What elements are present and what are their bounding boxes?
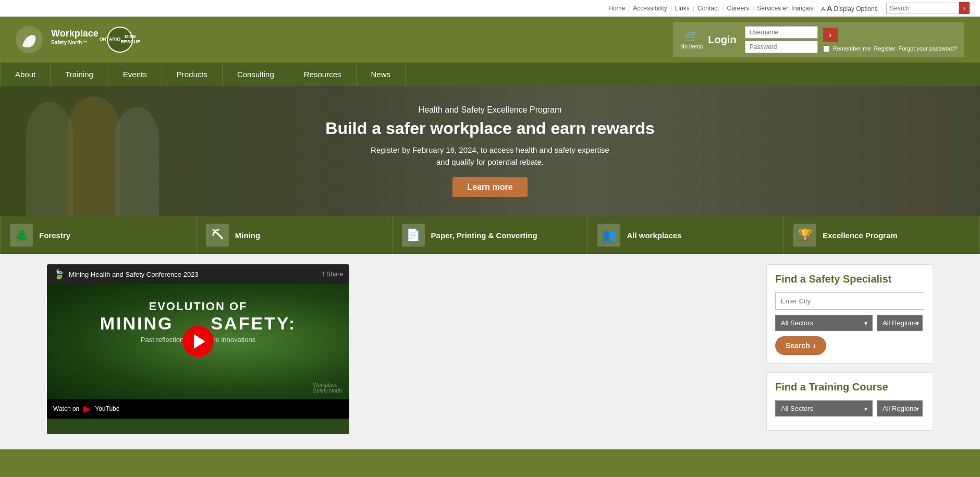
sector-tile-forestry[interactable]: 🌲 Forestry (0, 216, 197, 254)
video-section: 🍃 Mining Health and Safety Conference 20… (47, 264, 766, 439)
share-button[interactable]: ⤴ Share (322, 271, 343, 278)
nav-products[interactable]: Products (162, 63, 223, 86)
watch-label: Watch on (53, 405, 79, 412)
topbar-search-button[interactable]: › (959, 2, 970, 14)
youtube-label: YouTube (95, 405, 119, 412)
hero-cta-button[interactable]: Learn more (452, 177, 527, 197)
video-header: 🍃 Mining Health and Safety Conference 20… (47, 264, 349, 284)
nav-training[interactable]: Training (51, 63, 108, 86)
nav-about[interactable]: About (0, 63, 51, 86)
video-body[interactable]: EVOLUTION OF MINING SAFETY: Past reflect… (47, 284, 349, 399)
specialist-regions-select[interactable]: All Regions North South East West (877, 315, 923, 331)
video-title: Mining Health and Safety Conference 2023 (69, 271, 199, 278)
sep4: | (722, 5, 724, 12)
nav-consulting[interactable]: Consulting (223, 63, 289, 86)
specialist-search-button[interactable]: Search › (775, 336, 826, 355)
specialist-search-label: Search (786, 341, 810, 350)
sep2: | (670, 5, 672, 12)
video-header-left: 🍃 Mining Health and Safety Conference 20… (53, 268, 199, 280)
logo-area: Workplace Safety North™ ONTARIO MINE RES… (16, 26, 133, 53)
find-specialist-panel: Find a Safety Specialist All Sectors For… (766, 264, 933, 364)
sep5: | (752, 5, 754, 12)
topbar-link-links[interactable]: Links (675, 5, 690, 12)
font-large[interactable]: A (827, 4, 832, 13)
topbar-link-contact[interactable]: Contact (697, 5, 719, 12)
logo-line1: Workplace (51, 28, 99, 40)
video-footer: Watch on ▶ YouTube (47, 399, 349, 419)
logo-text: Workplace Safety North™ (51, 28, 99, 51)
sidebar-panels: Find a Safety Specialist All Sectors For… (766, 264, 933, 439)
cart-label: No items (680, 43, 703, 50)
remember-me-label: Remember me (833, 45, 871, 52)
city-input[interactable] (775, 292, 924, 310)
specialist-filters-row: All Sectors Forestry Mining Paper, Print… (775, 315, 924, 331)
main-nav: About Training Events Products Consultin… (0, 63, 980, 86)
sector-tile-excellence[interactable]: 🏆 Excellence Program (784, 216, 980, 254)
password-input[interactable] (745, 41, 818, 53)
header: Workplace Safety North™ ONTARIO MINE RES… (0, 17, 980, 63)
display-options[interactable]: A A Display Options (821, 4, 877, 13)
specialist-sectors-wrap: All Sectors Forestry Mining Paper, Print… (775, 315, 873, 331)
wsn-logo-icon (16, 26, 43, 53)
mining-label: Mining (235, 231, 260, 240)
cart-area[interactable]: 🛒 No items (680, 30, 703, 50)
display-options-label: Display Options (834, 5, 878, 13)
all-workplaces-label: All workplaces (627, 231, 681, 240)
training-regions-select[interactable]: All Regions North South East West (877, 400, 923, 417)
login-button[interactable]: › (823, 28, 838, 42)
login-area: 🛒 No items Login › Remember me Register … (673, 22, 964, 57)
forgot-password-link[interactable]: Forgot your password? (899, 45, 958, 52)
hero-title: Build a safer workplace and earn rewards (325, 119, 654, 138)
hero-description: Register by February 16, 2024, to access… (371, 144, 609, 168)
username-input[interactable] (745, 26, 818, 39)
sep6: | (816, 5, 818, 12)
hero-banner: Health and Safety Excellence Program Bui… (0, 86, 980, 216)
logo-line2: Safety North™ (51, 40, 99, 51)
font-small[interactable]: A (821, 6, 825, 12)
nav-events[interactable]: Events (108, 63, 162, 86)
register-link[interactable]: Register (874, 45, 896, 52)
sep3: | (693, 5, 694, 12)
content-area: 🍃 Mining Health and Safety Conference 20… (0, 254, 980, 449)
topbar-link-accessibility[interactable]: Accessibility (633, 5, 667, 12)
nav-news[interactable]: News (357, 63, 406, 86)
search-arrow-icon: › (813, 341, 816, 350)
paper-icon: 📄 (402, 224, 425, 247)
sector-tile-paper[interactable]: 📄 Paper, Printing & Converting (393, 216, 589, 254)
play-button[interactable] (182, 326, 214, 357)
youtube-icon: ▶ (83, 403, 91, 414)
sep1: | (628, 5, 630, 12)
topbar-link-careers[interactable]: Careers (727, 5, 749, 12)
topbar-search-input[interactable] (886, 3, 959, 14)
video-line1: EVOLUTION OF (47, 300, 349, 313)
hero-subtitle: Health and Safety Excellence Program (419, 105, 562, 115)
find-training-panel: Find a Training Course All Sectors Fores… (766, 372, 933, 431)
nav-resources[interactable]: Resources (289, 63, 357, 86)
login-label: Login (708, 34, 736, 46)
specialist-sectors-select[interactable]: All Sectors Forestry Mining Paper, Print… (775, 315, 873, 331)
remember-me-checkbox[interactable] (823, 45, 830, 52)
training-filters-row: All Sectors Forestry Mining Paper, Print… (775, 400, 924, 417)
training-regions-wrap: All Regions North South East West (877, 400, 924, 417)
excellence-label: Excellence Program (823, 231, 897, 240)
all-workplaces-icon: 👥 (597, 224, 620, 247)
forestry-icon: 🌲 (10, 224, 33, 247)
video-container: 🍃 Mining Health and Safety Conference 20… (47, 264, 349, 434)
paper-label: Paper, Printing & Converting (431, 231, 537, 240)
find-training-title: Find a Training Course (775, 381, 924, 393)
topbar-link-french[interactable]: Services en français (757, 5, 813, 12)
sector-tile-all[interactable]: 👥 All workplaces (588, 216, 784, 254)
share-icon: ⤴ (322, 271, 325, 278)
wsn-logo-small: 🍃 (53, 268, 65, 280)
excellence-icon: 🏆 (793, 224, 816, 247)
specialist-regions-wrap: All Regions North South East West (877, 315, 924, 331)
topbar-link-home[interactable]: Home (608, 5, 625, 12)
top-bar: Home | Accessibility | Links | Contact |… (0, 0, 980, 17)
training-sectors-select[interactable]: All Sectors Forestry Mining Paper, Print… (775, 400, 873, 417)
mining-icon: ⛏ (206, 224, 229, 247)
login-inputs (745, 26, 818, 53)
hero-content: Health and Safety Excellence Program Bui… (0, 86, 980, 216)
sector-bar: 🌲 Forestry ⛏ Mining 📄 Paper, Printing & … (0, 216, 980, 254)
sector-tile-mining[interactable]: ⛏ Mining (197, 216, 393, 254)
training-sectors-wrap: All Sectors Forestry Mining Paper, Print… (775, 400, 873, 417)
